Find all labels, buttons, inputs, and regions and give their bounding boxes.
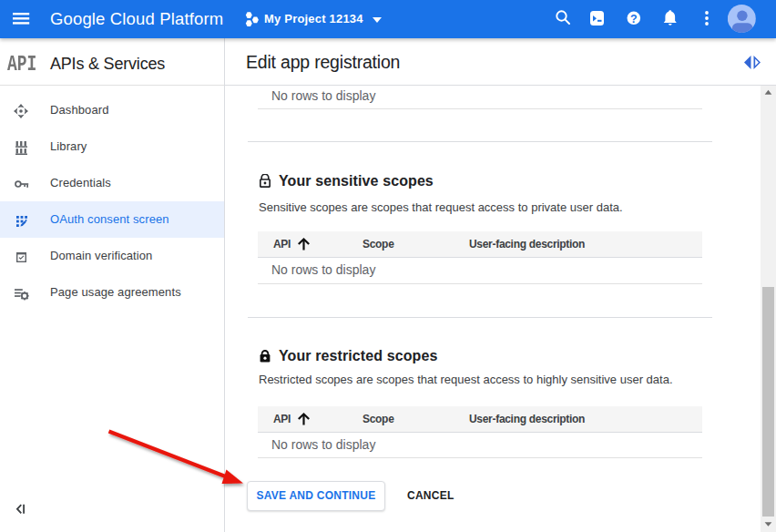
svg-text:?: ? bbox=[630, 13, 638, 26]
